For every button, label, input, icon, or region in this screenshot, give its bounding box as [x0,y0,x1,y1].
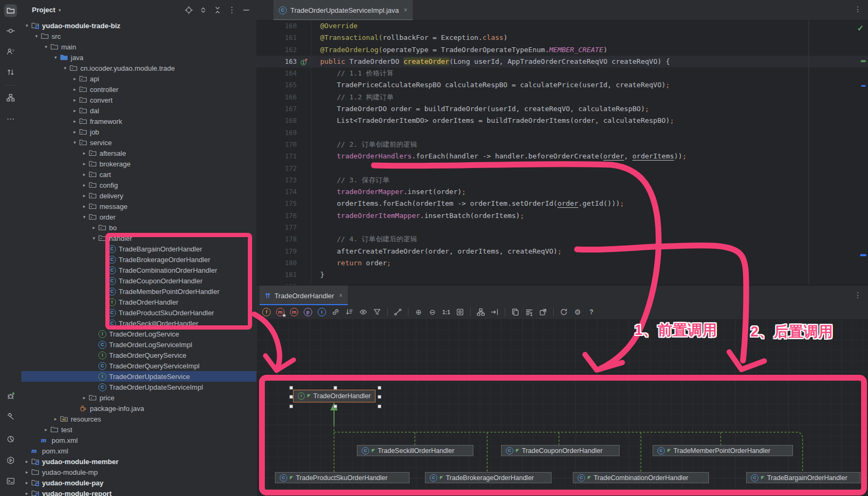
show-constructors-icon[interactable]: m★ [274,307,286,317]
code-line-164[interactable]: 164// 1.1 价格计算 [256,68,868,79]
tree-item-TradeSeckillOrderHandler[interactable]: CTradeSeckillOrderHandler [21,318,256,329]
tree-item-TradeBargainOrderHandler[interactable]: CTradeBargainOrderHandler [21,243,256,254]
tree-item-controller[interactable]: ▸controller [21,84,256,95]
diagram-node-TradeOrderHandler[interactable]: I◤TradeOrderHandler [293,390,375,402]
zoom-out-icon[interactable]: ⊖ [427,307,438,317]
tree-item-src[interactable]: ▾src [21,31,256,41]
tree-item-TradeProductSkuOrderHandler[interactable]: CTradeProductSkuOrderHandler [21,307,256,318]
code-line-161[interactable]: 161@Transactional(rollbackFor = Exceptio… [256,32,868,44]
code-line-181[interactable]: 181} [256,269,868,281]
selection-handle[interactable] [378,405,381,408]
tree-item-TradeOrderHandler[interactable]: ITradeOrderHandler [21,297,256,307]
selection-handle[interactable] [378,386,381,390]
diagram-node-TradeBrokerageOrderHandler[interactable]: C◤TradeBrokerageOrderHandler [425,472,552,483]
filter-icon[interactable] [371,307,383,317]
tree-item-package-info.java[interactable]: package-info.java [21,403,256,414]
chevron-right-icon[interactable]: ▸ [51,416,60,422]
tree-item-TradeOrderUpdateServiceImpl[interactable]: CTradeOrderUpdateServiceImpl [21,382,256,392]
chevron-right-icon[interactable]: ▸ [70,129,79,134]
inspection-ok-icon[interactable]: ✓ [857,23,864,33]
diagram-options-icon[interactable]: ⋮ [854,291,862,299]
diagram-node-TradeBargainOrderHandler[interactable]: C◤TradeBargainOrderHandler [746,472,861,483]
tree-item-dal[interactable]: ▸dal [21,105,256,116]
code-line-160[interactable]: 160@Override [256,20,868,32]
code-line-168[interactable]: 168List<TradeOrderItemDO> orderItems = b… [256,115,868,127]
code-line-173[interactable]: 173// 3. 保存订单 [256,174,868,186]
tree-item-convert[interactable]: ▸convert [21,95,256,105]
code-line-177[interactable]: 177 [256,222,868,233]
panel-options-icon[interactable] [227,5,237,15]
show-fields-icon[interactable]: f [261,307,272,317]
tree-item-TradeCombinationOrderHandler[interactable]: CTradeCombinationOrderHandler [21,265,256,275]
help-icon[interactable]: ? [586,307,597,317]
hidden-tabs-icon[interactable]: ⋮ [854,5,862,13]
export-diagram-icon[interactable] [537,307,549,317]
terminal-tool-icon[interactable] [4,475,17,487]
selection-handle[interactable] [289,405,293,408]
chevron-right-icon[interactable]: ▸ [70,87,79,92]
selection-handle[interactable] [289,386,293,390]
chevron-right-icon[interactable]: ▸ [22,469,31,475]
code-line-167[interactable]: 167TradeOrderDO order = buildTradeOrder(… [256,103,868,115]
refresh-diagram-icon[interactable] [558,307,570,317]
tree-item-service[interactable]: ▾service [21,137,256,148]
route-edges-icon[interactable] [489,307,500,317]
chevron-right-icon[interactable]: ▸ [89,225,98,230]
implement-marker-icon[interactable]: I [297,56,311,68]
tree-item-TradeOrderLogServiceImpl[interactable]: CTradeOrderLogServiceImpl [21,339,256,350]
code-line-179[interactable]: 179afterCreateTradeOrder(order, orderIte… [256,246,868,257]
tree-item-bo[interactable]: ▸bo [21,222,256,233]
copy-diagram-icon[interactable] [510,307,521,317]
diagram-node-TradeProductSkuOrderHandler[interactable]: C◤TradeProductSkuOrderHandler [275,472,410,483]
locate-file-icon[interactable] [184,5,194,15]
chevron-right-icon[interactable]: ▸ [80,172,89,177]
zoom-in-icon[interactable]: ⊕ [413,307,424,317]
chevron-right-icon[interactable]: ▸ [22,491,31,496]
tree-item-yudao-module-pay[interactable]: ▸yudao-module-pay [21,477,256,488]
tree-item-yudao-module-trade-biz[interactable]: ▾yudao-module-trade-biz [21,20,256,31]
code-line-171[interactable]: 171tradeOrderHandlers.forEach(handler ->… [256,150,868,162]
tree-item-yudao-module-member[interactable]: ▸yudao-module-member [21,456,256,467]
tree-item-brokerage[interactable]: ▸brokerage [21,158,256,169]
close-icon[interactable]: × [339,292,343,299]
code-line-170[interactable]: 170// 2. 订单创建前的逻辑 [256,139,868,150]
chevron-right-icon[interactable]: ▸ [70,76,79,81]
edge-layout-icon[interactable] [392,307,404,317]
show-dependencies-icon[interactable] [330,307,341,317]
chevron-right-icon[interactable]: ▸ [70,97,79,103]
tree-item-TradeOrderQueryServiceImpl[interactable]: CTradeOrderQueryServiceImpl [21,360,256,371]
expand-all-icon[interactable] [198,5,208,15]
selection-handle[interactable] [289,395,293,399]
chevron-right-icon[interactable]: ▸ [80,161,89,166]
tree-item-TradeCouponOrderHandler[interactable]: CTradeCouponOrderHandler [21,275,256,286]
selection-handle[interactable] [378,395,381,399]
tree-item-message[interactable]: ▸message [21,201,256,212]
services-tool-icon[interactable] [4,454,17,467]
diagram-node-TradeCouponOrderHandler[interactable]: C◤TradeCouponOrderHandler [501,445,620,456]
show-details-icon[interactable] [523,307,535,317]
chevron-right-icon[interactable]: ▸ [80,182,89,188]
tree-item-job[interactable]: ▸job [21,127,256,137]
tree-item-TradeOrderUpdateService[interactable]: ITradeOrderUpdateService [21,371,256,382]
code-line-165[interactable]: 165TradePriceCalculateRespBO calculateRe… [256,79,868,91]
selection-handle[interactable] [333,386,337,390]
tree-item-handler[interactable]: ▾handler [21,233,256,243]
tree-item-price[interactable]: ▸price [21,392,256,403]
debug-tool-icon[interactable] [4,390,17,402]
selection-handle[interactable] [333,405,337,408]
tree-item-java[interactable]: ▾java [21,52,256,63]
tree-item-yudao-module-report[interactable]: ▸yudao-module-report [21,488,256,496]
project-tool-icon[interactable] [4,4,17,17]
diagram-settings-icon[interactable]: ⚙ [572,307,583,317]
chevron-right-icon[interactable]: ▸ [70,119,79,124]
code-line-172[interactable]: 172 [256,163,868,174]
diagram-canvas[interactable]: I◤TradeOrderHandlerC◤TradeSeckillOrderHa… [256,318,868,496]
code-line-162[interactable]: 162@TradeOrderLog(operateType = TradeOrd… [256,44,868,56]
visibility-level-icon[interactable] [357,307,369,317]
show-methods-icon[interactable]: m [288,307,300,317]
chevron-right-icon[interactable]: ▸ [22,480,31,485]
pull-requests-tool-icon[interactable] [4,66,17,79]
diagram-node-TradeCombinationOrderHandler[interactable]: C◤TradeCombinationOrderHandler [573,472,709,483]
hide-panel-icon[interactable] [241,5,251,15]
actual-size-icon[interactable]: 1:1 [440,307,452,317]
